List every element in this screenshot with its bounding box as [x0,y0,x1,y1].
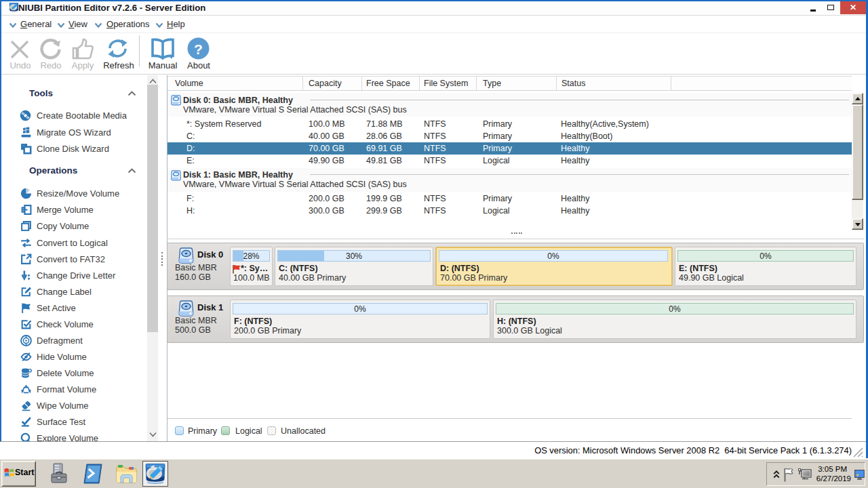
svg-text:?: ? [194,41,203,57]
